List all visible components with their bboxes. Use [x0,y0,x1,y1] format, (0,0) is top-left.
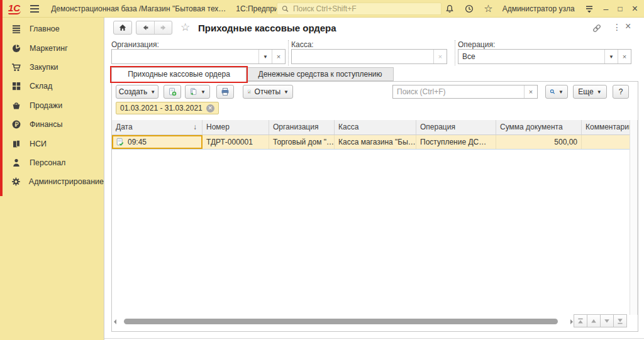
sidebar-item-finansy[interactable]: Финансы [0,115,104,134]
sidebar-item-prodazhi[interactable]: Продажи [0,96,104,115]
cart-icon [11,62,21,72]
organization-dropdown-icon[interactable]: ▼ [258,50,272,63]
sidebar-item-sklad[interactable]: Склад [0,77,104,96]
operation-filter-label: Операция: [458,40,495,49]
help-button[interactable]: ? [613,85,629,99]
operation-dropdown-icon[interactable]: ▼ [604,50,618,63]
kassa-filter-field[interactable]: × [291,49,447,64]
operation-filter-combobox[interactable]: ▼ × [458,49,631,64]
organization-filter-combobox[interactable]: ▼ × [111,49,286,64]
column-header-comment[interactable]: Комментарий [582,120,630,134]
organization-clear-icon[interactable]: × [272,50,285,63]
cell-date-selected[interactable]: 09:45 [112,135,203,149]
period-filter-tag[interactable]: 01.03.2021 - 31.03.2021 ✕ [116,102,219,114]
column-header-operation[interactable]: Операция [416,120,496,134]
tab-prihodnye-kassovye-ordera[interactable]: Приходные кассовые ордера [111,67,247,82]
history-nav-group [136,21,172,35]
column-header-amount[interactable]: Сумма документа [496,120,582,134]
minimize-button[interactable]: – [604,4,609,13]
list-search-input[interactable] [393,85,524,98]
operation-clear-icon[interactable]: × [618,50,631,63]
close-window-button[interactable]: × [632,4,638,13]
sidebar-item-administrirovanie[interactable]: Администрирование [0,172,104,191]
1c-logo-icon: 1С [8,3,21,14]
get-link-icon[interactable] [592,23,602,33]
service-menu-icon[interactable] [584,4,594,14]
vertical-scrollbar[interactable] [630,120,638,315]
back-button[interactable] [136,21,154,34]
books-icon [11,139,21,149]
maximize-button[interactable]: □ [618,4,622,13]
down-arrow-icon [604,318,610,324]
go-first-button[interactable] [574,314,587,327]
organization-filter-label: Организация: [111,40,159,49]
sidebar-item-personal[interactable]: Персонал [0,153,104,172]
list-search-clear-icon[interactable]: × [524,85,537,98]
column-header-organization[interactable]: Организация [269,120,335,134]
cell-operation[interactable]: Поступление ДС… [416,135,496,149]
create-group-button[interactable] [164,85,181,99]
cell-amount[interactable]: 500,00 [496,135,582,149]
grid-icon [11,81,21,91]
global-search-input[interactable] [277,3,441,15]
next-page-button[interactable] [600,314,614,327]
reports-button[interactable]: Отчеты▼ [243,85,293,99]
sidebar-item-zakupki[interactable]: Закупки [0,58,104,77]
back-arrow-icon [141,23,150,32]
database-title: Демонстрационная база /Магазин "Бытовая … [51,4,226,13]
kassa-filter-label: Касса: [291,40,314,49]
print-button[interactable] [216,85,234,99]
history-icon[interactable] [464,4,474,14]
forward-arrow-icon [159,23,168,32]
kassa-filter-input[interactable] [292,50,433,63]
list-panel: Создать▼ ▼ [111,81,638,332]
favorites-star-icon[interactable]: ☆ [484,4,492,14]
table-row[interactable]: 09:45 ТДРТ-000001 Торговый дом "… Касса … [112,135,630,150]
sidebar-item-marketing[interactable]: Маркетинг [0,38,104,57]
column-header-kassa[interactable]: Касса [335,120,416,134]
search-settings-button[interactable]: ▼ [545,85,568,99]
sidebar-item-nsi[interactable]: НСИ [0,134,104,153]
forward-button[interactable] [154,21,172,34]
current-user[interactable]: Администратор узла [502,4,575,13]
list-search-box[interactable]: × [392,85,538,99]
cell-kassa[interactable]: Касса магазина "Бы… [335,135,416,149]
kassa-clear-icon[interactable]: × [433,50,447,63]
organization-filter-input[interactable] [112,50,258,63]
main-menu-icon[interactable] [30,3,39,14]
more-button[interactable]: Еще▼ [573,85,607,99]
go-last-button[interactable] [613,314,627,327]
tab-denezhnye-sredstva[interactable]: Денежные средства к поступлению [247,67,394,81]
cell-organization[interactable]: Торговый дом "… [269,135,335,149]
cell-comment[interactable] [582,135,630,149]
gear-icon [11,177,21,187]
copy-button[interactable]: ▼ [185,85,210,99]
close-form-icon[interactable]: × [625,21,631,32]
up-arrow-icon [591,318,597,324]
sidebar-item-glavnoe[interactable]: Главное [0,19,104,38]
scroll-right-icon[interactable] [570,319,573,324]
column-header-number[interactable]: Номер [203,120,269,134]
titlebar: 1С Демонстрационная база /Магазин "Бытов… [0,0,644,18]
kebab-menu-icon[interactable]: ⋮ [613,22,621,32]
scroll-left-icon[interactable] [114,319,116,324]
home-icon [118,23,127,32]
filter-separator [455,40,455,65]
notifications-bell-icon[interactable] [445,4,455,14]
global-search-field[interactable] [293,4,437,13]
home-button[interactable] [113,21,132,35]
cell-number[interactable]: ТДРТ-000001 [203,135,269,149]
previous-page-button[interactable] [587,314,601,327]
horizontal-scrollbar[interactable] [114,318,573,326]
add-to-favorites-star-icon[interactable]: ☆ [180,22,190,33]
remove-period-filter-icon[interactable]: ✕ [206,104,214,112]
filter-separator [288,40,289,65]
create-button[interactable]: Создать▼ [116,85,158,99]
sidebar: Главное Маркетинг Закупки Склад [0,18,104,340]
menu-icon [11,24,21,34]
page-title: Приходные кассовые ордера [198,23,336,33]
horizontal-scrollbar-thumb[interactable] [124,319,558,324]
copy-document-icon [189,87,197,97]
operation-filter-input[interactable] [458,50,604,63]
column-header-date[interactable]: Дата ↓ [112,120,203,134]
